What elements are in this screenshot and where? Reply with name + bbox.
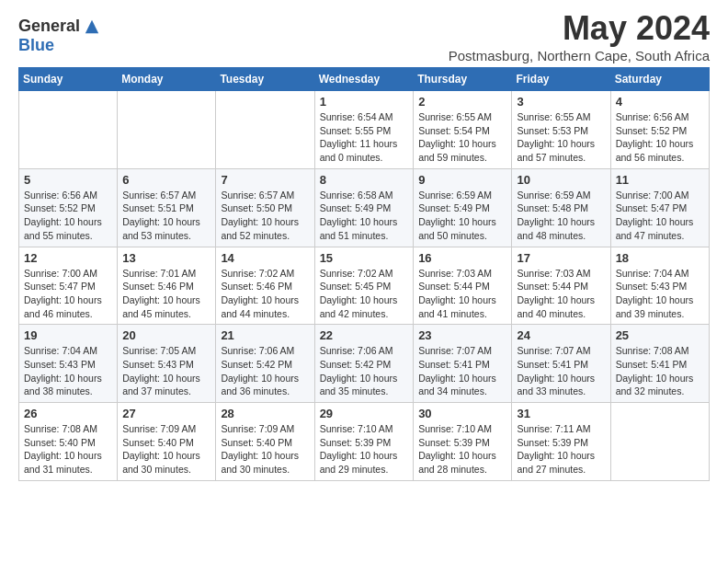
day-info: Sunrise: 7:07 AM Sunset: 5:41 PM Dayligh… — [517, 344, 605, 398]
calendar-week-row: 5Sunrise: 6:56 AM Sunset: 5:52 PM Daylig… — [19, 168, 710, 247]
calendar-cell: 20Sunrise: 7:05 AM Sunset: 5:43 PM Dayli… — [118, 325, 216, 403]
calendar-cell: 12Sunrise: 7:00 AM Sunset: 5:47 PM Dayli… — [19, 247, 118, 325]
calendar-cell — [19, 91, 118, 169]
calendar-cell: 30Sunrise: 7:10 AM Sunset: 5:39 PM Dayli… — [414, 403, 512, 481]
day-info: Sunrise: 6:59 AM Sunset: 5:48 PM Dayligh… — [517, 189, 605, 243]
day-info: Sunrise: 7:10 AM Sunset: 5:39 PM Dayligh… — [320, 422, 409, 477]
calendar-cell: 15Sunrise: 7:02 AM Sunset: 5:45 PM Dayli… — [314, 247, 414, 325]
calendar-week-row: 19Sunrise: 7:04 AM Sunset: 5:43 PM Dayli… — [19, 325, 710, 403]
logo: General Blue — [18, 17, 100, 55]
calendar-cell: 10Sunrise: 6:59 AM Sunset: 5:48 PM Dayli… — [512, 168, 610, 247]
calendar-cell: 16Sunrise: 7:03 AM Sunset: 5:44 PM Dayli… — [414, 247, 512, 325]
day-number: 4 — [616, 95, 704, 109]
column-header-monday: Monday — [118, 68, 216, 91]
calendar-cell: 31Sunrise: 7:11 AM Sunset: 5:39 PM Dayli… — [512, 403, 610, 481]
calendar-cell: 5Sunrise: 6:56 AM Sunset: 5:52 PM Daylig… — [19, 168, 118, 247]
calendar-cell: 7Sunrise: 6:57 AM Sunset: 5:50 PM Daylig… — [216, 168, 314, 247]
calendar-cell — [118, 91, 216, 169]
calendar-cell: 21Sunrise: 7:06 AM Sunset: 5:42 PM Dayli… — [216, 325, 314, 403]
logo-general-text: General — [18, 17, 80, 36]
day-number: 3 — [517, 95, 605, 109]
calendar-week-row: 12Sunrise: 7:00 AM Sunset: 5:47 PM Dayli… — [19, 247, 710, 325]
calendar-cell: 2Sunrise: 6:55 AM Sunset: 5:54 PM Daylig… — [414, 91, 512, 169]
day-info: Sunrise: 7:08 AM Sunset: 5:40 PM Dayligh… — [24, 422, 112, 477]
day-number: 23 — [418, 328, 506, 342]
column-header-thursday: Thursday — [414, 68, 512, 91]
day-number: 24 — [517, 328, 605, 342]
calendar-cell: 6Sunrise: 6:57 AM Sunset: 5:51 PM Daylig… — [118, 168, 216, 247]
calendar-cell: 23Sunrise: 7:07 AM Sunset: 5:41 PM Dayli… — [414, 325, 512, 403]
calendar-cell: 11Sunrise: 7:00 AM Sunset: 5:47 PM Dayli… — [610, 168, 709, 247]
calendar-cell: 19Sunrise: 7:04 AM Sunset: 5:43 PM Dayli… — [19, 325, 118, 403]
day-info: Sunrise: 6:57 AM Sunset: 5:51 PM Dayligh… — [122, 189, 210, 243]
calendar-table: SundayMondayTuesdayWednesdayThursdayFrid… — [18, 67, 710, 481]
day-info: Sunrise: 7:09 AM Sunset: 5:40 PM Dayligh… — [122, 422, 210, 477]
day-number: 28 — [221, 407, 309, 420]
day-number: 13 — [122, 251, 210, 265]
day-number: 9 — [418, 173, 506, 187]
day-number: 14 — [221, 251, 309, 265]
day-info: Sunrise: 7:06 AM Sunset: 5:42 PM Dayligh… — [320, 344, 409, 398]
column-header-tuesday: Tuesday — [216, 68, 314, 91]
day-info: Sunrise: 6:56 AM Sunset: 5:52 PM Dayligh… — [24, 189, 112, 243]
day-number: 15 — [320, 251, 409, 265]
day-number: 26 — [24, 407, 112, 420]
column-header-wednesday: Wednesday — [314, 68, 414, 91]
calendar-cell: 9Sunrise: 6:59 AM Sunset: 5:49 PM Daylig… — [414, 168, 512, 247]
day-number: 31 — [517, 407, 605, 420]
calendar-week-row: 26Sunrise: 7:08 AM Sunset: 5:40 PM Dayli… — [19, 403, 710, 481]
day-number: 8 — [320, 173, 409, 187]
day-info: Sunrise: 7:02 AM Sunset: 5:46 PM Dayligh… — [221, 267, 309, 321]
calendar-header-row: SundayMondayTuesdayWednesdayThursdayFrid… — [19, 68, 710, 91]
day-info: Sunrise: 7:06 AM Sunset: 5:42 PM Dayligh… — [221, 344, 309, 398]
day-info: Sunrise: 7:03 AM Sunset: 5:44 PM Dayligh… — [517, 267, 605, 321]
day-info: Sunrise: 7:04 AM Sunset: 5:43 PM Dayligh… — [616, 267, 704, 321]
logo-icon — [84, 18, 100, 35]
day-info: Sunrise: 7:01 AM Sunset: 5:46 PM Dayligh… — [122, 267, 210, 321]
day-number: 6 — [122, 173, 210, 187]
day-info: Sunrise: 7:10 AM Sunset: 5:39 PM Dayligh… — [418, 422, 506, 477]
calendar-cell: 27Sunrise: 7:09 AM Sunset: 5:40 PM Dayli… — [118, 403, 216, 481]
day-info: Sunrise: 6:58 AM Sunset: 5:49 PM Dayligh… — [320, 189, 409, 243]
day-number: 5 — [24, 173, 112, 187]
day-number: 17 — [517, 251, 605, 265]
day-info: Sunrise: 7:00 AM Sunset: 5:47 PM Dayligh… — [24, 267, 112, 321]
calendar-cell: 4Sunrise: 6:56 AM Sunset: 5:52 PM Daylig… — [610, 91, 709, 169]
svg-marker-0 — [85, 19, 98, 32]
calendar-cell: 22Sunrise: 7:06 AM Sunset: 5:42 PM Dayli… — [314, 325, 414, 403]
calendar-cell: 3Sunrise: 6:55 AM Sunset: 5:53 PM Daylig… — [512, 91, 610, 169]
calendar-cell: 8Sunrise: 6:58 AM Sunset: 5:49 PM Daylig… — [314, 168, 414, 247]
day-number: 29 — [320, 407, 409, 420]
day-info: Sunrise: 6:56 AM Sunset: 5:52 PM Dayligh… — [616, 110, 704, 165]
day-info: Sunrise: 6:57 AM Sunset: 5:50 PM Dayligh… — [221, 189, 309, 243]
day-number: 7 — [221, 173, 309, 187]
day-info: Sunrise: 7:09 AM Sunset: 5:40 PM Dayligh… — [221, 422, 309, 477]
day-number: 21 — [221, 328, 309, 342]
day-number: 22 — [320, 328, 409, 342]
logo-blue-text: Blue — [18, 36, 54, 55]
day-number: 20 — [122, 328, 210, 342]
calendar-cell: 24Sunrise: 7:07 AM Sunset: 5:41 PM Dayli… — [512, 325, 610, 403]
day-number: 10 — [517, 173, 605, 187]
calendar-cell: 1Sunrise: 6:54 AM Sunset: 5:55 PM Daylig… — [314, 91, 414, 169]
title-block: May 2024 Postmasburg, Northern Cape, Sou… — [449, 9, 710, 63]
day-info: Sunrise: 7:04 AM Sunset: 5:43 PM Dayligh… — [24, 344, 112, 398]
day-info: Sunrise: 7:07 AM Sunset: 5:41 PM Dayligh… — [418, 344, 506, 398]
day-info: Sunrise: 6:55 AM Sunset: 5:54 PM Dayligh… — [418, 110, 506, 165]
day-number: 18 — [616, 251, 704, 265]
month-year-title: May 2024 — [449, 9, 710, 48]
calendar-cell — [610, 403, 709, 481]
day-info: Sunrise: 7:02 AM Sunset: 5:45 PM Dayligh… — [320, 267, 409, 321]
day-info: Sunrise: 6:55 AM Sunset: 5:53 PM Dayligh… — [517, 110, 605, 165]
day-number: 16 — [418, 251, 506, 265]
day-number: 30 — [418, 407, 506, 420]
calendar-cell: 14Sunrise: 7:02 AM Sunset: 5:46 PM Dayli… — [216, 247, 314, 325]
calendar-cell — [216, 91, 314, 169]
calendar-week-row: 1Sunrise: 6:54 AM Sunset: 5:55 PM Daylig… — [19, 91, 710, 169]
day-info: Sunrise: 7:11 AM Sunset: 5:39 PM Dayligh… — [517, 422, 605, 477]
column-header-sunday: Sunday — [19, 68, 118, 91]
day-info: Sunrise: 6:54 AM Sunset: 5:55 PM Dayligh… — [320, 110, 409, 165]
page-header: General Blue May 2024 Postmasburg, North… — [18, 9, 710, 63]
calendar-cell: 28Sunrise: 7:09 AM Sunset: 5:40 PM Dayli… — [216, 403, 314, 481]
calendar-cell: 13Sunrise: 7:01 AM Sunset: 5:46 PM Dayli… — [118, 247, 216, 325]
